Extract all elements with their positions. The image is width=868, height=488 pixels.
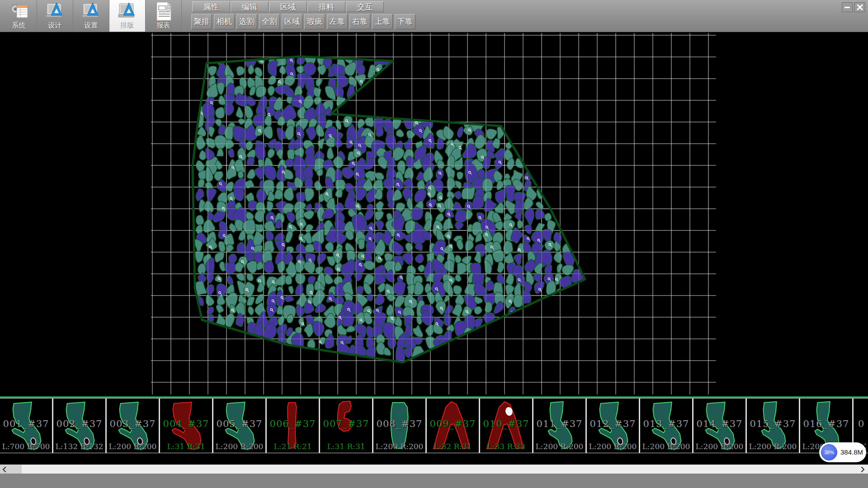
gear-icon — [9, 1, 29, 21]
main-button-5[interactable]: 报表 — [146, 0, 182, 32]
piece-lr-count: L:200 R:200 — [213, 442, 265, 451]
piece-thumbnail-2[interactable]: 002_#37 L:132 R:132 — [53, 399, 107, 453]
main-button-label: 设置 — [85, 21, 98, 29]
progress-circle: 38% — [821, 444, 837, 460]
settings-ruler-icon — [81, 1, 102, 21]
design-ruler-icon — [45, 1, 66, 21]
piece-lr-count: L:200 R:200 — [747, 442, 799, 451]
piece-lr-count: L:32 R:31 — [427, 442, 479, 451]
piece-id: 016_#37 — [800, 418, 852, 429]
piece-thumbnail-12[interactable]: 012_#37 L:200 R:200 — [587, 399, 640, 453]
piece-thumbnail-15[interactable]: 015_#37 L:200 R:200 — [747, 399, 800, 453]
report-icon — [153, 1, 174, 21]
piece-thumbnail-13[interactable]: 013_#37 L:200 R:200 — [640, 399, 693, 453]
piece-lr-count: L:31 R:31 — [320, 442, 372, 451]
menu-item-1[interactable]: 属性 — [192, 1, 230, 12]
scroll-left-button[interactable] — [0, 465, 22, 474]
tool-button-9[interactable]: 上靠 — [372, 14, 393, 29]
main-toolbar: 系统 设计 设置 排版 报表 属性编辑区域排料交互 聚排相机选割全割区域瑕疵左靠… — [0, 0, 868, 32]
piece-id: 009_#37 — [427, 418, 479, 429]
menu-item-2[interactable]: 编辑 — [231, 1, 269, 12]
menu-item-3[interactable]: 区域 — [269, 1, 307, 12]
close-button[interactable] — [854, 2, 865, 12]
piece-thumbnail-8[interactable]: 008_#37 L:200 R:200 — [373, 399, 427, 453]
app-window: 系统 设计 设置 排版 报表 属性编辑区域排料交互 聚排相机选割全割区域瑕疵左靠… — [0, 0, 868, 488]
piece-id: 007_#37 — [320, 418, 372, 429]
tool-button-1[interactable]: 聚排 — [191, 14, 212, 29]
menu-item-5[interactable]: 交互 — [346, 1, 384, 12]
piece-id: 006_#37 — [267, 418, 319, 429]
memory-status-pill[interactable]: 38% 384.8M — [819, 442, 866, 462]
piece-id: 011_#37 — [533, 418, 585, 429]
tool-button-2[interactable]: 相机 — [214, 14, 235, 29]
piece-lr-count: L:31 R:31 — [160, 442, 212, 451]
piece-id: 0 — [854, 418, 866, 429]
piece-id: 013_#37 — [640, 418, 692, 429]
horizontal-scrollbar[interactable] — [0, 465, 868, 474]
piece-thumbnail-9[interactable]: 009_#37 L:32 R:31 — [427, 399, 480, 453]
piece-thumbnail-10[interactable]: 010_#37 L:33 R:33 — [480, 399, 533, 453]
tool-button-10[interactable]: 下靠 — [395, 14, 415, 29]
nesting-canvas-svg — [151, 33, 716, 394]
piece-lr-count: L:200 R:200 — [587, 442, 639, 451]
scroll-right-button[interactable] — [853, 465, 868, 474]
piece-id: 001_#37 — [0, 418, 52, 429]
piece-thumbnail-5[interactable]: 005_#37 L:200 R:200 — [213, 399, 267, 453]
nesting-ruler-icon — [117, 1, 138, 21]
piece-lr-count: L:200 R:200 — [373, 442, 425, 451]
window-bottom-strip — [0, 474, 868, 488]
piece-thumbnail-7[interactable]: 007_#37 L:31 R:31 — [320, 399, 373, 453]
tool-button-5[interactable]: 区域 — [282, 14, 302, 29]
piece-id: 008_#37 — [373, 418, 425, 429]
piece-lr-count: L:200 R:200 — [693, 442, 745, 451]
piece-lr-count: L:200 R:200 — [107, 442, 159, 451]
main-button-label: 排版 — [121, 21, 134, 29]
piece-id: 010_#37 — [480, 418, 532, 429]
main-button-label: 报表 — [157, 21, 170, 29]
piece-lr-count: L:700 R:700 — [0, 442, 52, 451]
tool-button-3[interactable]: 选割 — [236, 14, 257, 29]
piece-lr-count: L:33 R:33 — [480, 442, 532, 451]
piece-thumbnail-11[interactable]: 011_#37 L:200 R:200 — [533, 399, 587, 453]
piece-id: 003_#37 — [107, 418, 159, 429]
main-button-3[interactable]: 设置 — [73, 0, 109, 32]
tool-button-8[interactable]: 右靠 — [349, 14, 370, 29]
piece-lr-count: L:200 R:200 — [533, 442, 585, 451]
main-button-4[interactable]: 排版 — [109, 0, 146, 32]
tool-button-7[interactable]: 左靠 — [327, 14, 348, 29]
strip-divider — [0, 396, 868, 398]
piece-id: 015_#37 — [747, 418, 799, 429]
menu-item-4[interactable]: 排料 — [307, 1, 345, 12]
piece-thumbnail-1[interactable]: 001_#37 L:700 R:700 — [0, 399, 53, 453]
piece-id: 002_#37 — [53, 418, 105, 429]
piece-thumbnail-strip: 001_#37 L:700 R:700 002_#37 L:132 R:132 … — [0, 398, 868, 453]
piece-lr-count: L:21 R:21 — [267, 442, 319, 451]
piece-id: 014_#37 — [693, 418, 745, 429]
main-button-2[interactable]: 设计 — [37, 0, 73, 32]
tool-button-4[interactable]: 全割 — [259, 14, 280, 29]
main-button-label: 设计 — [48, 21, 62, 29]
piece-id: 005_#37 — [213, 418, 265, 429]
piece-thumbnail-4[interactable]: 004_#37 L:31 R:31 — [160, 399, 213, 453]
memory-value: 384.8M — [840, 442, 863, 462]
piece-lr-count: L:132 R:132 — [53, 442, 105, 451]
piece-thumbnail-14[interactable]: 014_#37 L:200 R:200 — [693, 399, 747, 453]
piece-id: 004_#37 — [160, 418, 212, 429]
chevron-left-icon — [2, 467, 7, 472]
nested-pieces — [192, 51, 584, 363]
close-icon — [857, 4, 863, 10]
progress-percent: 38% — [824, 450, 834, 455]
chevron-right-icon — [860, 467, 865, 472]
main-button-1[interactable]: 系统 — [1, 0, 37, 32]
main-button-label: 系统 — [12, 21, 26, 29]
piece-thumbnail-6[interactable]: 006_#37 L:21 R:21 — [267, 399, 320, 453]
minimize-button[interactable] — [842, 2, 853, 12]
minimize-icon — [844, 4, 850, 10]
tool-button-6[interactable]: 瑕疵 — [304, 14, 325, 29]
piece-lr-count: L:200 R:200 — [640, 442, 692, 451]
piece-id: 012_#37 — [587, 418, 639, 429]
piece-thumbnail-3[interactable]: 003_#37 L:200 R:200 — [107, 399, 160, 453]
nesting-canvas[interactable] — [151, 33, 716, 394]
